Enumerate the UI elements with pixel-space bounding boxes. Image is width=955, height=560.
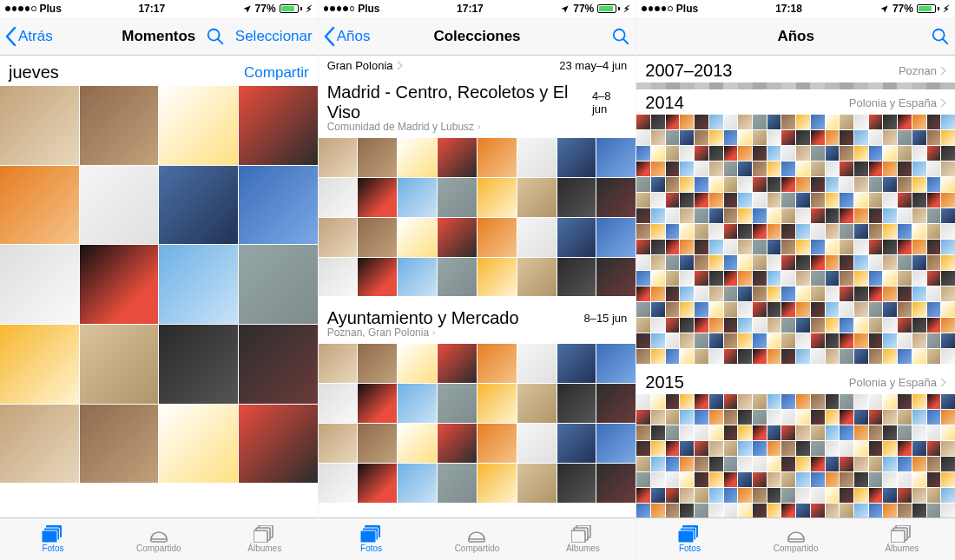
photo-thumbnail[interactable] <box>596 258 636 297</box>
photo-thumbnail[interactable] <box>651 130 665 145</box>
photo-thumbnail[interactable] <box>753 240 767 254</box>
photo-thumbnail[interactable] <box>840 318 853 333</box>
photo-thumbnail[interactable] <box>796 271 810 286</box>
photo-thumbnail[interactable] <box>636 504 650 517</box>
photo-thumbnail[interactable] <box>912 472 926 487</box>
photo-thumbnail[interactable] <box>753 425 767 440</box>
photo-thumbnail[interactable] <box>478 384 517 423</box>
photo-thumbnail[interactable] <box>636 302 650 317</box>
photo-thumbnail[interactable] <box>438 138 477 177</box>
photo-thumbnail[interactable] <box>898 488 912 503</box>
photo-thumbnail[interactable] <box>796 504 810 517</box>
photo-thumbnail[interactable] <box>753 177 767 192</box>
photo-thumbnail[interactable] <box>666 177 680 192</box>
photo-thumbnail[interactable] <box>753 208 767 223</box>
photo-thumbnail[interactable] <box>869 177 883 192</box>
photo-thumbnail[interactable] <box>912 161 926 176</box>
photo-thumbnail[interactable] <box>811 472 825 487</box>
photo-thumbnail[interactable] <box>695 504 708 517</box>
photo-thumbnail[interactable] <box>811 177 825 192</box>
photo-thumbnail[interactable] <box>941 333 955 348</box>
photo-thumbnail[interactable] <box>796 130 810 145</box>
photo-thumbnail[interactable] <box>695 472 708 487</box>
photo-thumbnail[interactable] <box>695 240 708 254</box>
photo-thumbnail[interactable] <box>80 86 159 165</box>
photo-thumbnail[interactable] <box>724 425 738 440</box>
photo-thumbnail[interactable] <box>840 302 853 317</box>
photo-thumbnail[interactable] <box>724 441 738 456</box>
photo-thumbnail[interactable] <box>651 441 665 456</box>
photo-thumbnail[interactable] <box>840 193 853 208</box>
photo-thumbnail[interactable] <box>840 287 853 301</box>
photo-thumbnail[interactable] <box>854 472 868 487</box>
photo-thumbnail[interactable] <box>680 333 694 348</box>
photo-thumbnail[interactable] <box>517 344 557 383</box>
year-grid-2[interactable] <box>636 115 955 364</box>
photo-thumbnail[interactable] <box>557 178 596 217</box>
photo-thumbnail[interactable] <box>636 130 650 145</box>
photo-thumbnail[interactable] <box>811 504 825 517</box>
photo-thumbnail[interactable] <box>854 410 868 425</box>
photo-thumbnail[interactable] <box>927 349 941 364</box>
photo-thumbnail[interactable] <box>724 240 738 254</box>
photo-thumbnail[interactable] <box>796 488 810 503</box>
photo-thumbnail[interactable] <box>898 130 912 145</box>
photo-thumbnail[interactable] <box>695 177 708 192</box>
photo-thumbnail[interactable] <box>738 488 752 503</box>
photo-thumbnail[interactable] <box>869 472 883 487</box>
photo-thumbnail[interactable] <box>767 302 781 317</box>
photo-thumbnail[interactable] <box>666 318 680 333</box>
photo-thumbnail[interactable] <box>709 488 723 503</box>
photo-thumbnail[interactable] <box>738 457 752 471</box>
photo-thumbnail[interactable] <box>517 178 557 217</box>
photo-thumbnail[interactable] <box>796 457 810 471</box>
photo-thumbnail[interactable] <box>912 425 926 440</box>
photo-thumbnail[interactable] <box>666 287 680 301</box>
photo-thumbnail[interactable] <box>781 115 795 129</box>
collection-grid-2[interactable] <box>319 344 636 502</box>
photo-thumbnail[interactable] <box>557 384 596 423</box>
photo-thumbnail[interactable] <box>883 333 897 348</box>
photo-thumbnail[interactable] <box>912 224 926 239</box>
photo-thumbnail[interactable] <box>358 218 397 257</box>
photo-thumbnail[interactable] <box>738 349 752 364</box>
photo-thumbnail[interactable] <box>898 255 912 270</box>
photo-thumbnail[interactable] <box>927 177 941 192</box>
photo-thumbnail[interactable] <box>854 394 868 409</box>
photo-thumbnail[interactable] <box>666 425 680 440</box>
photo-thumbnail[interactable] <box>666 115 680 129</box>
photo-thumbnail[interactable] <box>738 504 752 517</box>
photo-thumbnail[interactable] <box>840 146 853 161</box>
photo-thumbnail[interactable] <box>927 302 941 317</box>
photo-thumbnail[interactable] <box>826 255 840 270</box>
moments-grid[interactable] <box>0 86 318 483</box>
photo-thumbnail[interactable] <box>517 138 557 177</box>
photo-thumbnail[interactable] <box>826 115 840 129</box>
photo-thumbnail[interactable] <box>854 177 868 192</box>
photo-thumbnail[interactable] <box>840 425 853 440</box>
photo-thumbnail[interactable] <box>912 441 926 456</box>
photo-thumbnail[interactable] <box>666 302 680 317</box>
photo-thumbnail[interactable] <box>680 161 694 176</box>
photo-thumbnail[interactable] <box>912 240 926 254</box>
photo-thumbnail[interactable] <box>883 349 897 364</box>
tab-shared[interactable]: Compartido <box>743 518 849 560</box>
photo-thumbnail[interactable] <box>883 208 897 223</box>
photo-thumbnail[interactable] <box>680 318 694 333</box>
photo-thumbnail[interactable] <box>767 410 781 425</box>
photo-thumbnail[interactable] <box>636 287 650 301</box>
photo-thumbnail[interactable] <box>636 441 650 456</box>
photo-thumbnail[interactable] <box>0 325 79 404</box>
photo-thumbnail[interactable] <box>898 240 912 254</box>
photo-thumbnail[interactable] <box>941 240 955 254</box>
photo-thumbnail[interactable] <box>438 178 477 217</box>
photo-thumbnail[interactable] <box>898 115 912 129</box>
photo-thumbnail[interactable] <box>724 488 738 503</box>
photo-thumbnail[interactable] <box>781 425 795 440</box>
photo-thumbnail[interactable] <box>695 271 708 286</box>
photo-thumbnail[interactable] <box>398 464 437 503</box>
photo-thumbnail[interactable] <box>912 457 926 471</box>
photo-thumbnail[interactable] <box>517 384 557 423</box>
photo-thumbnail[interactable] <box>811 193 825 208</box>
photo-thumbnail[interactable] <box>680 271 694 286</box>
